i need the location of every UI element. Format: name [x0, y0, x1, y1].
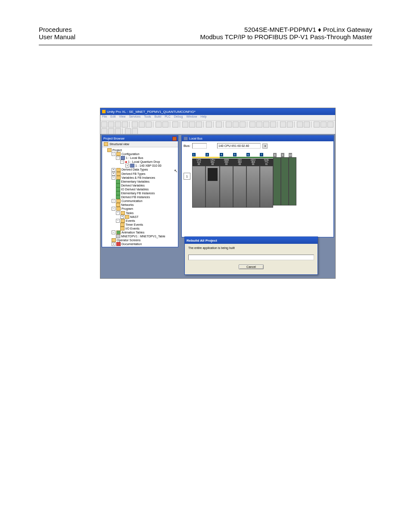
tb-rebuild-icon[interactable] [240, 121, 246, 128]
menu-plc[interactable]: PLC [165, 115, 171, 120]
collapse-icon[interactable]: − [116, 156, 120, 160]
rack-slot-7[interactable]: 7NOE77101 [260, 153, 273, 208]
menu-build[interactable]: Build [155, 115, 162, 120]
tree-elem-vars[interactable]: Elementary Variables [103, 180, 177, 184]
tree-derived-fb-inst[interactable]: Derived FB Instances [103, 195, 177, 199]
menu-edit[interactable]: Edit [110, 115, 115, 120]
structural-view-header[interactable]: Structural view [102, 141, 178, 147]
expand-icon[interactable]: + [112, 242, 115, 246]
rack-slot-10[interactable]: 10 [289, 153, 296, 208]
rack-slot-5[interactable]: 5DDI36400 [233, 153, 246, 208]
tb-fullscreen-icon[interactable] [196, 121, 202, 128]
tb-connect-icon[interactable] [249, 121, 255, 128]
bus-input[interactable] [192, 143, 207, 149]
chevron-down-icon[interactable]: ▾ [262, 143, 268, 149]
tree-local-quantum-drop[interactable]: −◆1 : Local Quantum Drop [103, 160, 177, 164]
tb-screen-icon[interactable] [115, 128, 121, 134]
tb-goto-icon[interactable] [216, 121, 222, 128]
tb-stop-icon[interactable] [270, 121, 276, 128]
menu-debug[interactable]: Debug [174, 115, 183, 120]
tb-anim2-icon[interactable] [287, 121, 293, 128]
tb-browser-icon[interactable] [206, 121, 212, 128]
tree-anim-table-item[interactable]: MNETDPV1 : MNETDPV1_Table [103, 234, 177, 238]
tb-watch-icon[interactable] [108, 128, 114, 134]
menu-services[interactable]: Services [129, 115, 140, 120]
collapse-icon[interactable]: − [112, 207, 115, 211]
tb-validate-icon[interactable] [172, 121, 178, 128]
tree-mast[interactable]: +MAST [103, 215, 177, 219]
menu-file[interactable]: File [102, 115, 107, 120]
bus-dropdown[interactable]: 140 CPU 651 60 02.60 [217, 143, 261, 149]
tb-step-icon[interactable] [314, 121, 320, 128]
tree-rack[interactable]: +1 : 140 XBP 010 00 [103, 164, 177, 168]
collapse-icon[interactable]: − [112, 176, 115, 180]
rack-slot-2[interactable]: 2CPU65160 [206, 153, 220, 208]
tree-timer-events[interactable]: Timer Events [103, 223, 177, 227]
menu-view[interactable]: View [119, 115, 125, 120]
tb-build-icon[interactable] [233, 121, 239, 128]
tb-zoom-out-icon[interactable] [189, 121, 195, 128]
collapse-icon[interactable]: − [116, 219, 120, 223]
tree-project[interactable]: Project [103, 148, 177, 152]
tb-stepout-icon[interactable] [327, 121, 333, 128]
collapse-icon[interactable]: − [112, 230, 115, 234]
tb-window2-icon[interactable] [304, 121, 310, 128]
tb-paste-icon[interactable] [146, 121, 152, 128]
tb-window1-icon[interactable] [297, 121, 303, 128]
tb-about-icon[interactable] [132, 128, 138, 134]
rack-slot-1[interactable]: 1CPS11420 [192, 153, 206, 208]
tb-undo-icon[interactable] [156, 121, 162, 128]
tree-io-derived-vars[interactable]: IO Derived Variables [103, 187, 177, 191]
tb-copy-icon[interactable] [139, 121, 145, 128]
tb-print-icon[interactable] [122, 121, 128, 128]
tb-anim-icon[interactable] [280, 121, 286, 128]
collapse-icon[interactable]: − [112, 199, 115, 203]
tb-zoom-in-icon[interactable] [182, 121, 188, 128]
expand-icon[interactable]: + [112, 168, 115, 172]
tree-documentation[interactable]: +Documentation [103, 242, 177, 246]
tb-run-icon[interactable] [263, 121, 269, 128]
tb-redo-icon[interactable] [162, 121, 168, 128]
tb-save-icon[interactable] [115, 121, 121, 128]
expand-icon[interactable]: + [120, 215, 124, 219]
tree-anim-label: Animation Tables [121, 230, 144, 234]
tb-noentry-icon[interactable] [101, 128, 107, 134]
expand-icon[interactable]: + [112, 172, 115, 176]
tree-local-bus[interactable]: −1 : Local Bus [103, 156, 177, 160]
tb-cut-icon[interactable] [132, 121, 138, 128]
menu-help[interactable]: Help [200, 115, 206, 120]
tree-communication[interactable]: −Communication [103, 199, 177, 203]
tb-stepover-icon[interactable] [321, 121, 327, 128]
tree-program[interactable]: −Program [103, 207, 177, 211]
tree-ddt[interactable]: +Derived Data Types [103, 168, 177, 171]
collapse-icon[interactable]: − [120, 160, 124, 164]
tree-tasks[interactable]: −Tasks [103, 211, 177, 215]
tree-vars-fb[interactable]: −Variables & FB Instances [103, 176, 177, 180]
close-icon[interactable] [172, 137, 177, 141]
rack-slot-6[interactable]: 6DDO36400 [246, 153, 260, 208]
tb-open-icon[interactable] [108, 121, 114, 128]
tree-io-events[interactable]: I/O Events [103, 227, 177, 230]
tb-analyze-icon[interactable] [226, 121, 232, 128]
tree-networks[interactable]: Networks [103, 203, 177, 207]
tree-elem-fb-inst[interactable]: Elementary FB Instances [103, 191, 177, 195]
menu-window[interactable]: Window [186, 115, 197, 120]
tb-help-icon[interactable] [125, 128, 131, 134]
tree-events[interactable]: −Events [103, 219, 177, 223]
menu-tools[interactable]: Tools [144, 115, 151, 120]
tb-transfer-icon[interactable] [256, 121, 262, 128]
expand-icon[interactable]: + [125, 164, 129, 168]
tb-new-icon[interactable] [101, 121, 107, 128]
rack-slot-9[interactable]: 9 [281, 153, 289, 208]
tree-operator-screens[interactable]: Operator Screens [103, 238, 177, 242]
collapse-icon[interactable]: − [112, 152, 115, 156]
rack-slot-4[interactable]: 4AMM09000 [220, 153, 233, 208]
tree-animation-tables[interactable]: −Animation Tables [103, 230, 177, 234]
tree-configuration[interactable]: −Configuration [103, 152, 177, 156]
tree-dfbt[interactable]: +Derived FB Types [103, 172, 177, 176]
collapse-icon[interactable]: − [116, 211, 120, 215]
tree-derived-vars[interactable]: Derived Variables [103, 184, 177, 187]
rack-slot-8[interactable]: 8 [273, 153, 281, 208]
cancel-button[interactable]: Cancel [239, 264, 264, 269]
slot-number: 6 [246, 153, 250, 156]
